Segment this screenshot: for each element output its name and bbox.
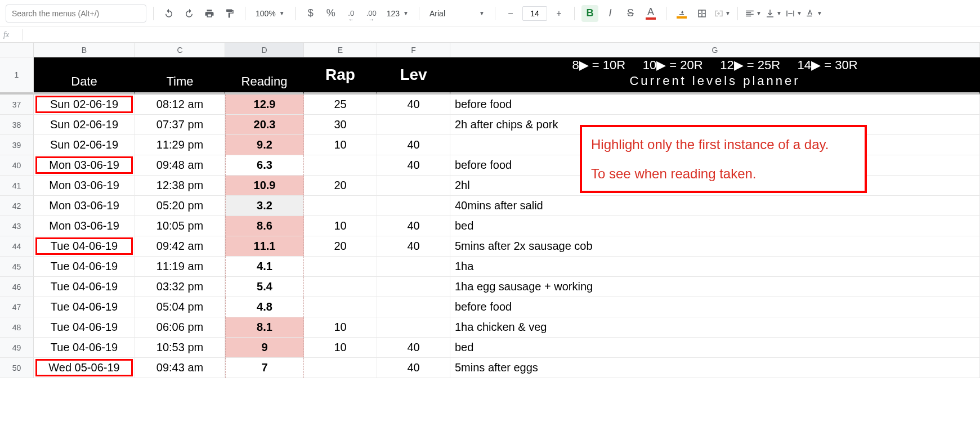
- cell-note[interactable]: bed: [450, 216, 980, 236]
- cell-date[interactable]: Mon 03-06-19: [34, 196, 135, 216]
- cell-note[interactable]: 1ha: [450, 257, 980, 277]
- cell-lev[interactable]: [377, 196, 450, 216]
- header-lev[interactable]: Lev: [377, 57, 450, 95]
- strikethrough-button[interactable]: S: [622, 5, 639, 22]
- col-header-e[interactable]: E: [304, 43, 377, 57]
- cell-reading[interactable]: 4.1: [225, 257, 304, 277]
- row-header[interactable]: 44: [0, 236, 34, 257]
- cell-reading[interactable]: 11.1: [225, 236, 304, 257]
- cell-date[interactable]: Tue 04-06-19: [34, 338, 135, 358]
- cell-time[interactable]: 05:04 pm: [135, 297, 225, 317]
- cell-lev[interactable]: [377, 297, 450, 317]
- cell-rap[interactable]: [304, 277, 377, 297]
- cell-reading[interactable]: 12.9: [225, 95, 304, 115]
- formula-input[interactable]: [28, 28, 977, 42]
- cell-date[interactable]: Tue 04-06-19: [34, 277, 135, 297]
- cell-lev[interactable]: [377, 176, 450, 196]
- cell-time[interactable]: 09:43 am: [135, 358, 225, 378]
- cell-lev[interactable]: 40: [377, 155, 450, 176]
- cell-rap[interactable]: 25: [304, 95, 377, 115]
- cell-date[interactable]: Tue 04-06-19: [34, 297, 135, 317]
- cell-reading[interactable]: 10.9: [225, 176, 304, 196]
- col-header-b[interactable]: B: [34, 43, 135, 57]
- horizontal-align-button[interactable]: ▼: [745, 5, 762, 22]
- header-rap[interactable]: Rap: [304, 57, 377, 95]
- cell-reading[interactable]: 9.2: [225, 135, 304, 155]
- paint-format-button[interactable]: [221, 5, 238, 22]
- text-rotation-button[interactable]: ▼: [806, 5, 822, 22]
- row-header[interactable]: 43: [0, 216, 34, 236]
- cell-lev[interactable]: 40: [377, 95, 450, 115]
- col-header-f[interactable]: F: [377, 43, 450, 57]
- cell-reading[interactable]: 6.3: [225, 155, 304, 176]
- header-time[interactable]: Time: [135, 57, 225, 95]
- header-notes[interactable]: 8▶ = 10R 10▶ = 20R 12▶ = 25R 14▶ = 30R C…: [450, 57, 980, 95]
- format-percent-button[interactable]: %: [323, 5, 339, 22]
- font-size-input[interactable]: [522, 6, 547, 21]
- cell-date[interactable]: Tue 04-06-19: [34, 236, 135, 257]
- row-header[interactable]: 50: [0, 358, 34, 378]
- cell-reading[interactable]: 20.3: [225, 115, 304, 135]
- cell-reading[interactable]: 9: [225, 338, 304, 358]
- cell-note[interactable]: 5mins after eggs: [450, 358, 980, 378]
- borders-button[interactable]: [693, 5, 710, 22]
- cell-lev[interactable]: 40: [377, 236, 450, 257]
- cell-lev[interactable]: 40: [377, 338, 450, 358]
- cell-time[interactable]: 11:29 pm: [135, 135, 225, 155]
- cell-time[interactable]: 10:05 pm: [135, 216, 225, 236]
- cell-rap[interactable]: [304, 196, 377, 216]
- cell-note[interactable]: before food: [450, 297, 980, 317]
- select-all-corner[interactable]: [0, 43, 34, 57]
- cell-time[interactable]: 11:19 am: [135, 257, 225, 277]
- row-header[interactable]: 42: [0, 196, 34, 216]
- row-header[interactable]: 45: [0, 257, 34, 277]
- cell-lev[interactable]: 40: [377, 216, 450, 236]
- row-header[interactable]: 48: [0, 317, 34, 338]
- cell-date[interactable]: Sun 02-06-19: [34, 95, 135, 115]
- cell-note[interactable]: bed: [450, 338, 980, 358]
- cell-date[interactable]: Wed 05-06-19: [34, 358, 135, 378]
- row-header[interactable]: 49: [0, 338, 34, 358]
- cell-rap[interactable]: [304, 155, 377, 176]
- merge-cells-button[interactable]: ▼: [714, 5, 731, 22]
- fill-color-button[interactable]: [673, 5, 690, 22]
- increase-decimal-button[interactable]: .00 →: [363, 5, 380, 22]
- font-family-dropdown[interactable]: Arial ▼: [426, 5, 488, 22]
- cell-reading[interactable]: 3.2: [225, 196, 304, 216]
- header-reading[interactable]: Reading: [225, 57, 304, 95]
- cell-reading[interactable]: 4.8: [225, 297, 304, 317]
- cell-reading[interactable]: 7: [225, 358, 304, 378]
- zoom-dropdown[interactable]: 100% ▼: [252, 5, 288, 22]
- header-date[interactable]: Date: [34, 57, 135, 95]
- cell-reading[interactable]: 8.6: [225, 216, 304, 236]
- cell-lev[interactable]: [377, 277, 450, 297]
- row-header[interactable]: 39: [0, 135, 34, 155]
- cell-note[interactable]: before food: [450, 95, 980, 115]
- cell-note[interactable]: 40mins after salid: [450, 196, 980, 216]
- cell-rap[interactable]: 20: [304, 236, 377, 257]
- cell-rap[interactable]: 30: [304, 115, 377, 135]
- cell-note[interactable]: 1ha egg sausage + working: [450, 277, 980, 297]
- cell-date[interactable]: Sun 02-06-19: [34, 135, 135, 155]
- cell-time[interactable]: 05:20 pm: [135, 196, 225, 216]
- cell-date[interactable]: Tue 04-06-19: [34, 257, 135, 277]
- redo-button[interactable]: [181, 5, 198, 22]
- cell-time[interactable]: 06:06 pm: [135, 317, 225, 338]
- cell-date[interactable]: Mon 03-06-19: [34, 216, 135, 236]
- vertical-align-button[interactable]: ▼: [765, 5, 782, 22]
- cell-rap[interactable]: [304, 358, 377, 378]
- cell-date[interactable]: Mon 03-06-19: [34, 155, 135, 176]
- cell-reading[interactable]: 5.4: [225, 277, 304, 297]
- row-header[interactable]: 47: [0, 297, 34, 317]
- row-header[interactable]: 46: [0, 277, 34, 297]
- cell-rap[interactable]: 10: [304, 338, 377, 358]
- cell-note[interactable]: 5mins after 2x sausage cob: [450, 236, 980, 257]
- more-formats-dropdown[interactable]: 123 ▼: [383, 5, 412, 22]
- col-header-d[interactable]: D: [225, 43, 304, 57]
- cell-rap[interactable]: 10: [304, 216, 377, 236]
- font-size-increase-button[interactable]: +: [551, 5, 567, 22]
- cell-date[interactable]: Mon 03-06-19: [34, 176, 135, 196]
- cell-lev[interactable]: 40: [377, 358, 450, 378]
- search-menus-input[interactable]: [6, 5, 146, 23]
- cell-lev[interactable]: [377, 257, 450, 277]
